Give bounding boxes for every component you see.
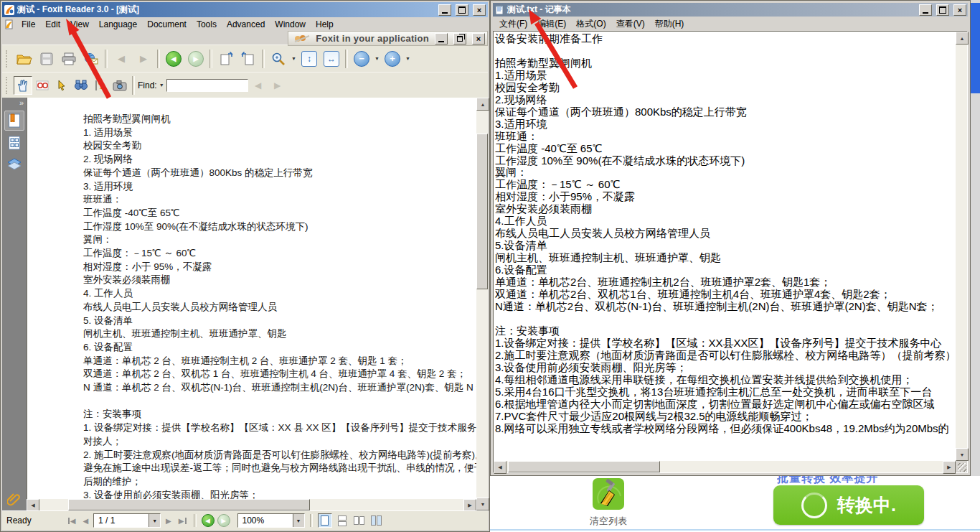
open-button[interactable] (14, 48, 35, 70)
hand-tool-button[interactable] (14, 76, 32, 95)
child-close-button[interactable]: × (472, 33, 485, 45)
menu-edit[interactable]: Edit (40, 18, 65, 31)
scroll-down-icon[interactable]: ▼ (956, 448, 969, 461)
previous-page-button[interactable]: ◀ (80, 517, 90, 525)
pages-panel-button[interactable] (5, 134, 24, 152)
menu-file[interactable]: File (17, 18, 40, 31)
email-button[interactable] (80, 48, 102, 70)
fit-width-icon: ↔ (324, 51, 339, 67)
scroll-left-icon[interactable]: ◀ (494, 461, 507, 474)
svg-text:T: T (98, 80, 105, 91)
search-button[interactable] (72, 76, 90, 95)
facing-layout-button[interactable] (352, 513, 367, 528)
notepad-maximize-button[interactable] (936, 4, 949, 16)
previous-view-button[interactable]: ◀ (163, 48, 184, 70)
zoom-level-combo[interactable]: 100% ▼ (237, 513, 305, 528)
find-input[interactable] (166, 79, 248, 92)
promo-text-clipped: 批量转换 效率提升 (777, 476, 963, 484)
foxit-horizontal-scrollbar[interactable]: ◀ ▶ (27, 499, 476, 510)
foxit-close-button[interactable]: × (473, 4, 486, 16)
zoom-out-icon: − (354, 51, 369, 67)
child-minimize-button[interactable] (435, 33, 448, 45)
scroll-right-icon[interactable]: ▶ (943, 461, 956, 474)
layers-panel-button[interactable] (5, 155, 24, 174)
previous-page-button[interactable]: ◀ (110, 48, 132, 70)
foxit-title-bar[interactable]: 测试 - Foxit Reader 3.0 - [测试] × (2, 2, 488, 17)
zoom-in-dropdown[interactable]: ▼ (404, 49, 412, 69)
reading-glasses-button[interactable] (33, 76, 52, 95)
find-next-button[interactable]: ▶ (268, 76, 287, 95)
next-view-button[interactable]: ▶ (185, 48, 207, 70)
foxit-maximize-button[interactable] (456, 4, 468, 16)
continuous-facing-layout-button[interactable] (369, 513, 384, 528)
scroll-down-icon[interactable]: ▼ (476, 498, 489, 510)
scroll-up-icon[interactable]: ▲ (956, 32, 969, 45)
rotate-left-button[interactable] (237, 48, 259, 70)
previous-view-button[interactable]: ◀ (202, 514, 215, 527)
menu-help[interactable]: Help (311, 18, 339, 31)
notepad-close-button[interactable]: × (953, 4, 966, 16)
snapshot-button[interactable] (110, 76, 129, 95)
first-page-button[interactable]: ◀ (66, 517, 78, 525)
attachments-panel-button[interactable] (5, 490, 24, 509)
menu-file[interactable]: 文件(F) (494, 17, 532, 32)
continuous-layout-button[interactable] (335, 513, 349, 528)
scrollbar-thumb[interactable] (476, 134, 488, 289)
converter-bottom-border (490, 529, 980, 531)
menu-tools[interactable]: Tools (192, 18, 222, 31)
menu-language[interactable]: Language (94, 18, 142, 31)
notepad-vertical-scrollbar[interactable]: ▲ ▼ (956, 32, 967, 461)
printer-icon (62, 52, 76, 65)
zoom-out-dropdown[interactable]: ▼ (373, 49, 381, 69)
resize-grip[interactable] (956, 461, 967, 472)
find-options-dropdown[interactable]: ▼ (158, 78, 166, 93)
zoom-tool-dropdown[interactable]: ▼ (290, 49, 298, 69)
menu-window[interactable]: Window (270, 18, 311, 31)
notepad-minimize-button[interactable] (919, 4, 932, 16)
menu-help[interactable]: 帮助(H) (650, 17, 689, 32)
menu-view[interactable]: View (65, 18, 94, 31)
save-button[interactable] (36, 48, 57, 70)
sidebar-collapse-button[interactable]: » (2, 98, 27, 108)
zoom-out-button[interactable]: − (351, 48, 372, 70)
foxit-vertical-scrollbar[interactable]: ▲ ▼ (476, 98, 488, 510)
select-text-button[interactable]: T (91, 76, 110, 95)
scrollbar-thumb[interactable] (68, 499, 310, 510)
child-restore-button[interactable] (453, 33, 466, 45)
ad-text: Foxit in your application (316, 33, 429, 44)
rotate-right-button[interactable] (215, 48, 237, 70)
zoom-in-button[interactable]: + (382, 48, 403, 70)
fit-page-button[interactable]: ↕ (298, 48, 320, 70)
caret-down-icon[interactable]: ▼ (293, 514, 304, 527)
fit-width-button[interactable]: ↔ (321, 48, 342, 70)
zoom-tool-button[interactable] (268, 48, 289, 70)
menu-view[interactable]: 查看(V) (611, 17, 650, 32)
menu-format[interactable]: 格式(O) (571, 17, 611, 32)
find-previous-button[interactable]: ◀ (249, 76, 268, 95)
ad-banner[interactable]: Foxit in your application × (288, 31, 488, 46)
single-page-layout-button[interactable] (318, 513, 332, 528)
menu-advanced[interactable]: Advanced (222, 18, 270, 31)
notepad-horizontal-scrollbar[interactable]: ◀ ▶ (494, 461, 956, 472)
notepad-text-area[interactable]: 设备安装前期准备工作 拍照考勤型翼闸闸机 1.适用场景 校园安全考勤 2.现场网… (494, 32, 956, 461)
scroll-up-icon[interactable]: ▲ (476, 98, 489, 111)
foxit-minimize-button[interactable] (438, 4, 451, 16)
bookmarks-panel-button[interactable] (4, 111, 24, 131)
pdf-page[interactable]: 拍照考勤型翼闸闸机 1. 适用场景 校园安全考勤 2. 现场网络 保证每个通道（… (27, 98, 476, 499)
next-page-button[interactable]: ▶ (164, 517, 174, 525)
notepad-title-bar[interactable]: 测试.txt - 记事本 × (493, 3, 968, 17)
clear-list-button[interactable]: 清空列表 (583, 477, 633, 528)
scrollbar-thumb[interactable] (508, 461, 660, 472)
converting-button[interactable]: 转换中. (773, 485, 924, 525)
select-annotation-button[interactable] (52, 76, 71, 95)
magnifier-icon (271, 52, 286, 66)
next-view-button[interactable]: ▶ (217, 514, 230, 527)
menu-edit[interactable]: 编辑(E) (532, 17, 571, 32)
foxit-reader-window: 测试 - Foxit Reader 3.0 - [测试] × File Edit… (0, 0, 490, 532)
last-page-button[interactable]: ▶ (176, 517, 189, 525)
next-page-button[interactable]: ▶ (133, 48, 154, 70)
menu-document[interactable]: Document (142, 18, 192, 31)
page-number-combo[interactable]: 1 / 1 ▼ (93, 513, 161, 528)
caret-down-icon[interactable]: ▼ (149, 514, 160, 527)
print-button[interactable] (58, 48, 80, 70)
